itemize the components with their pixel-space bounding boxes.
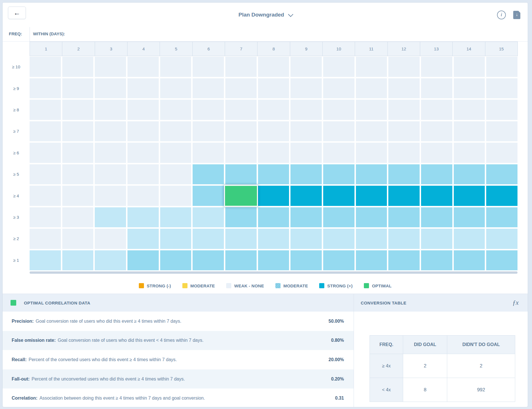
heatmap-cell[interactable] — [95, 78, 126, 99]
heatmap-cell[interactable] — [62, 143, 94, 163]
heatmap-cell[interactable] — [160, 100, 191, 120]
heatmap-cell[interactable] — [160, 121, 191, 142]
heatmap-cell[interactable] — [486, 186, 517, 206]
heatmap-cell[interactable] — [421, 186, 452, 206]
heatmap-cell[interactable] — [454, 250, 485, 271]
horizontal-scrollbar[interactable] — [30, 271, 517, 274]
heatmap-cell[interactable] — [290, 164, 322, 185]
heatmap-cell[interactable] — [290, 207, 322, 228]
heatmap-cell[interactable] — [388, 121, 420, 142]
info-icon[interactable]: i — [497, 11, 506, 19]
heatmap-cell[interactable] — [486, 164, 517, 185]
optimal-cell[interactable] — [224, 185, 258, 206]
heatmap-cell[interactable] — [225, 164, 257, 185]
heatmap-cell[interactable] — [30, 143, 61, 163]
heatmap-cell[interactable] — [454, 78, 485, 99]
heatmap-cell[interactable] — [62, 78, 94, 99]
heatmap-cell[interactable] — [62, 186, 94, 206]
heatmap-cell[interactable] — [193, 186, 224, 206]
heatmap-cell[interactable] — [160, 78, 191, 99]
heatmap-cell[interactable] — [193, 78, 224, 99]
heatmap-cell[interactable] — [127, 207, 159, 228]
heatmap-cell[interactable] — [62, 121, 94, 142]
heatmap-cell[interactable] — [127, 78, 159, 99]
heatmap-cell[interactable] — [290, 250, 322, 271]
heatmap-cell[interactable] — [290, 121, 322, 142]
heatmap-cell[interactable] — [258, 207, 289, 228]
heatmap-cell[interactable] — [486, 207, 517, 228]
heatmap-cell[interactable] — [454, 229, 485, 249]
heatmap-cell[interactable] — [323, 57, 354, 77]
heatmap-cell[interactable] — [225, 250, 257, 271]
heatmap-cell[interactable] — [356, 207, 387, 228]
heatmap-cell[interactable] — [323, 78, 354, 99]
title-dropdown[interactable]: Plan Downgraded — [3, 3, 528, 27]
heatmap-cell[interactable] — [225, 100, 257, 120]
heatmap-cell[interactable] — [193, 229, 224, 249]
heatmap-cell[interactable] — [127, 121, 159, 142]
heatmap-cell[interactable] — [127, 100, 159, 120]
heatmap-cell[interactable] — [95, 57, 126, 77]
heatmap-cell[interactable] — [421, 143, 452, 163]
heatmap-cell[interactable] — [258, 100, 289, 120]
heatmap-cell[interactable] — [323, 229, 354, 249]
heatmap-cell[interactable] — [193, 207, 224, 228]
heatmap-cell[interactable] — [160, 164, 191, 185]
formula-fx-icon[interactable]: ƒx — [512, 299, 519, 306]
heatmap-cell[interactable] — [193, 250, 224, 271]
heatmap-cell[interactable] — [258, 186, 289, 206]
heatmap-cell[interactable] — [258, 78, 289, 99]
heatmap-cell[interactable] — [160, 186, 191, 206]
heatmap-cell[interactable] — [486, 250, 517, 271]
heatmap-cell[interactable] — [95, 143, 126, 163]
heatmap-cell[interactable] — [290, 229, 322, 249]
heatmap-cell[interactable] — [356, 100, 387, 120]
heatmap-cell[interactable] — [225, 207, 257, 228]
heatmap-cell[interactable] — [290, 100, 322, 120]
heatmap-cell[interactable] — [193, 57, 224, 77]
heatmap-cell[interactable] — [388, 164, 420, 185]
heatmap-cell[interactable] — [388, 100, 420, 120]
heatmap-cell[interactable] — [356, 78, 387, 99]
heatmap-cell[interactable] — [323, 186, 354, 206]
heatmap-cell[interactable] — [95, 100, 126, 120]
heatmap-cell[interactable] — [454, 207, 485, 228]
heatmap-cell[interactable] — [388, 250, 420, 271]
heatmap-cell[interactable] — [62, 57, 94, 77]
heatmap-cell[interactable] — [454, 164, 485, 185]
download-icon[interactable] — [513, 11, 520, 19]
heatmap-cell[interactable] — [95, 186, 126, 206]
heatmap-cell[interactable] — [160, 229, 191, 249]
heatmap-cell[interactable] — [421, 229, 452, 249]
heatmap-cell[interactable] — [421, 207, 452, 228]
heatmap-cell[interactable] — [486, 100, 517, 120]
heatmap-cell[interactable] — [421, 121, 452, 142]
heatmap-cell[interactable] — [127, 186, 159, 206]
heatmap-cell[interactable] — [62, 100, 94, 120]
heatmap-cell[interactable] — [388, 229, 420, 249]
heatmap-cell[interactable] — [486, 121, 517, 142]
heatmap-cell[interactable] — [160, 57, 191, 77]
heatmap-cell[interactable] — [30, 78, 61, 99]
heatmap-cell[interactable] — [30, 207, 61, 228]
heatmap-cell[interactable] — [160, 207, 191, 228]
heatmap-cell[interactable] — [30, 164, 61, 185]
heatmap-cell[interactable] — [421, 100, 452, 120]
heatmap-cell[interactable] — [323, 207, 354, 228]
heatmap-cell[interactable] — [290, 78, 322, 99]
heatmap-cell[interactable] — [388, 207, 420, 228]
heatmap-cell[interactable] — [356, 57, 387, 77]
heatmap-cell[interactable] — [421, 57, 452, 77]
heatmap-cell[interactable] — [95, 229, 126, 249]
heatmap-cell[interactable] — [258, 143, 289, 163]
heatmap-cell[interactable] — [160, 250, 191, 271]
heatmap-cell[interactable] — [323, 164, 354, 185]
heatmap-cell[interactable] — [225, 121, 257, 142]
heatmap-cell[interactable] — [290, 57, 322, 77]
heatmap-cell[interactable] — [421, 250, 452, 271]
heatmap-cell[interactable] — [388, 143, 420, 163]
heatmap-cell[interactable] — [258, 121, 289, 142]
heatmap-cell[interactable] — [258, 164, 289, 185]
heatmap-cell[interactable] — [127, 250, 159, 271]
heatmap-cell[interactable] — [30, 250, 61, 271]
